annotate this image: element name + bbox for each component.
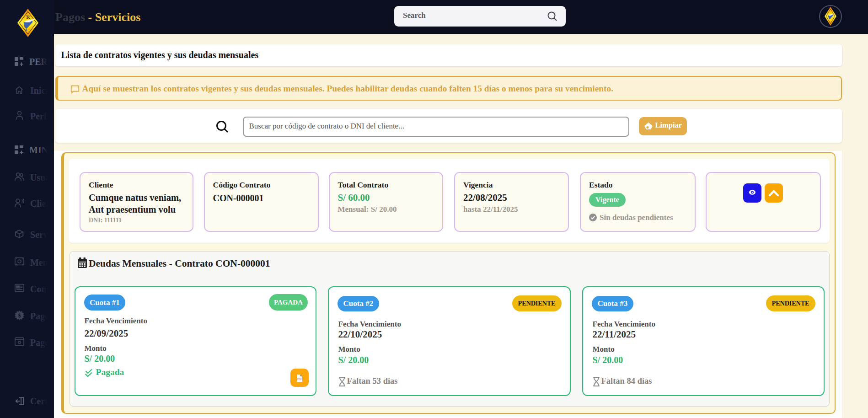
svg-text:PDF: PDF xyxy=(297,378,302,380)
svg-text:Tc: Tc xyxy=(26,15,31,20)
svg-text:$: $ xyxy=(18,312,21,319)
